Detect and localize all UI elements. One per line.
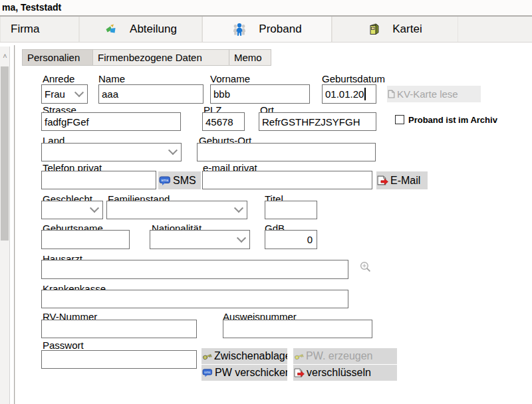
- anrede-label: Anrede: [43, 74, 74, 84]
- tab-kartei[interactable]: Kartei: [332, 17, 458, 42]
- pw-erzeugen-label: PW. erzeugen: [306, 350, 373, 362]
- text-caret: [364, 88, 366, 100]
- tab-abteilung[interactable]: Abteilung: [79, 17, 202, 42]
- kv-karte-lesen-label: KV-Karte lese: [397, 88, 458, 100]
- passwort-input[interactable]: [41, 350, 197, 369]
- geburtsname-input[interactable]: [41, 230, 130, 249]
- chevron-down-icon: [90, 203, 99, 213]
- ausweisnummer-input[interactable]: [223, 320, 372, 338]
- plz-value: 45678: [205, 116, 233, 128]
- panel-divider: [14, 45, 15, 404]
- plz-input[interactable]: 45678: [202, 112, 245, 131]
- vorname-label: Vorname: [210, 74, 250, 84]
- tab-kartei-label: Kartei: [392, 23, 422, 36]
- svg-text:sms: sms: [204, 371, 211, 374]
- card-file-icon: [368, 23, 380, 36]
- person-icon: [232, 23, 247, 36]
- name-label: Name: [98, 74, 125, 84]
- sms-button-label: SMS: [173, 175, 196, 187]
- name-value: aaa: [102, 88, 118, 100]
- tab-firma-label: Firma: [11, 23, 39, 36]
- titel-input[interactable]: [265, 201, 317, 219]
- pw-verschicken-label: PW verschicken: [215, 367, 287, 379]
- name-input[interactable]: aaa: [98, 84, 203, 104]
- document-icon: [388, 90, 395, 98]
- sms-button[interactable]: sms SMS: [158, 171, 201, 189]
- email-button[interactable]: E-Mail: [376, 171, 428, 189]
- archiv-checkbox[interactable]: [395, 115, 404, 124]
- window-title: ma, Teststadt: [2, 2, 61, 13]
- send-mail-icon: [377, 175, 388, 185]
- chevron-down-icon: [234, 203, 243, 213]
- vorname-input[interactable]: bbb: [210, 84, 310, 104]
- ort-value: RefrGSTHFZJSYFGH: [262, 116, 360, 128]
- gdb-value: 0: [307, 234, 313, 245]
- geburts-ort-input[interactable]: [197, 143, 376, 161]
- department-icon: [104, 23, 118, 35]
- kv-karte-lesen-button[interactable]: KV-Karte lese: [387, 86, 481, 102]
- verschluesseln-button[interactable]: verschlüsseln: [293, 365, 397, 381]
- chevron-down-icon: [168, 146, 178, 155]
- krankenkasse-input[interactable]: [41, 290, 348, 308]
- key-icon: [202, 352, 212, 361]
- gdb-input[interactable]: 0: [265, 230, 317, 249]
- sms-bubble-icon: sms: [159, 175, 171, 186]
- sms-bubble-icon: sms: [202, 368, 213, 377]
- send-mail-icon: [294, 368, 305, 377]
- strasse-value: fadfgFGef: [45, 116, 89, 128]
- familienstand-select[interactable]: [106, 201, 247, 219]
- anrede-value: Frau: [45, 88, 65, 100]
- svg-text:sms: sms: [161, 177, 168, 181]
- pw-erzeugen-button[interactable]: PW. erzeugen: [293, 348, 397, 364]
- email-privat-input[interactable]: [202, 171, 372, 189]
- proband-window: ma, Teststadt Firma Abteilung: [0, 0, 532, 404]
- anrede-select[interactable]: Frau: [41, 84, 88, 104]
- window-titlebar: [0, 0, 532, 15]
- tab-personalien[interactable]: Personalien: [22, 49, 93, 66]
- rv-nummer-input[interactable]: [41, 320, 197, 338]
- tab-proband-label: Proband: [259, 23, 301, 36]
- key-icon: [294, 352, 304, 361]
- tab-abteilung-label: Abteilung: [130, 23, 177, 36]
- land-select[interactable]: [41, 143, 182, 161]
- scrollbar-thumb[interactable]: [1, 66, 9, 241]
- vorname-value: bbb: [213, 88, 230, 100]
- email-button-label: E-Mail: [390, 175, 420, 187]
- hausarzt-input[interactable]: [41, 260, 348, 279]
- geburtsdatum-input[interactable]: 01.01.20: [322, 84, 376, 104]
- geburtsdatum-value: 01.01.20: [325, 88, 364, 100]
- nationalitaet-select[interactable]: [150, 230, 250, 249]
- tab-personalien-label: Personalien: [27, 52, 80, 63]
- tab-firmenbezogene-label: Firmenbezogene Daten: [98, 52, 202, 63]
- strasse-input[interactable]: fadfgFGef: [41, 112, 181, 131]
- chevron-down-icon: [237, 233, 246, 243]
- tab-firmenbezogene-daten[interactable]: Firmenbezogene Daten: [92, 49, 229, 66]
- chevron-down-icon: [74, 88, 84, 97]
- tab-memo-label: Memo: [234, 52, 262, 63]
- telefon-privat-input[interactable]: [41, 171, 156, 189]
- geschlecht-select[interactable]: [41, 201, 103, 219]
- archiv-checkbox-label: Proband ist im Archiv: [408, 115, 497, 125]
- zwischenablage-label: Zwischenablage: [214, 350, 287, 362]
- search-icon[interactable]: [359, 260, 372, 273]
- tab-proband[interactable]: Proband: [202, 17, 332, 42]
- pw-verschicken-button[interactable]: sms PW verschicken: [201, 365, 287, 381]
- tab-firma[interactable]: Firma: [0, 17, 79, 42]
- verschluesseln-label: verschlüsseln: [307, 367, 371, 379]
- tab-memo[interactable]: Memo: [229, 49, 271, 66]
- zwischenablage-button[interactable]: Zwischenablage: [201, 348, 287, 364]
- geburtsdatum-label: Geburtsdatum: [322, 74, 385, 84]
- passwort-label: Passwort: [43, 340, 84, 351]
- ort-input[interactable]: RefrGSTHFZJSYFGH: [259, 112, 376, 131]
- scrollbar-up-icon[interactable]: ˄: [1, 52, 9, 60]
